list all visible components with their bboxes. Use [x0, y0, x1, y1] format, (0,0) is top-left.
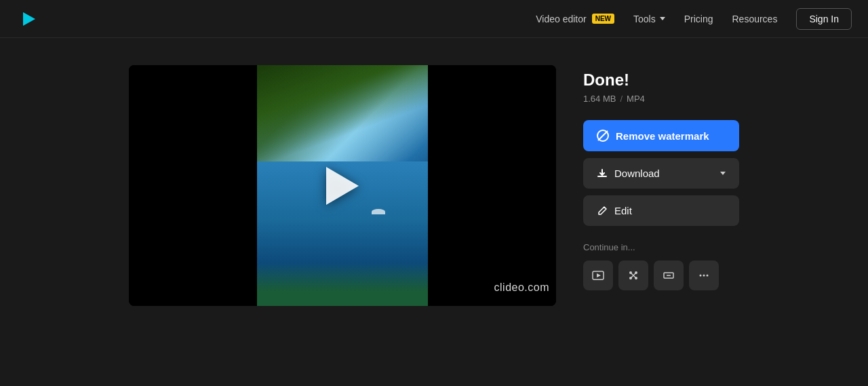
merge-icon	[627, 269, 639, 282]
nav-video-editor[interactable]: Video editor NEW	[536, 14, 614, 24]
file-size: 1.64 MB	[583, 94, 616, 104]
navigation: Video editor NEW Tools Pricing Resources…	[0, 0, 868, 38]
play-triangle-icon	[326, 167, 359, 205]
play-button[interactable]	[326, 167, 359, 205]
new-badge: NEW	[592, 14, 614, 24]
edit-pencil-icon	[597, 206, 608, 216]
svg-marker-2	[597, 273, 601, 277]
remove-watermark-button[interactable]: Remove watermark	[583, 120, 739, 151]
more-options-icon	[698, 269, 710, 282]
nav-left	[16, 7, 41, 31]
resize-icon	[663, 269, 675, 282]
svg-point-13	[707, 275, 709, 277]
continue-resize-button[interactable]	[654, 260, 684, 290]
right-panel: Done! 1.64 MB / MP4 Remove watermark Dow…	[583, 65, 739, 290]
done-title: Done!	[583, 71, 739, 90]
video-inner: clideo.com	[129, 65, 556, 306]
continue-merge-button[interactable]	[618, 260, 648, 290]
video-panel-left	[129, 65, 257, 306]
download-icon	[597, 168, 608, 179]
file-format: MP4	[627, 94, 645, 104]
svg-point-12	[703, 275, 705, 277]
download-button[interactable]: Download	[583, 158, 739, 189]
remove-watermark-icon	[597, 130, 609, 142]
nav-pricing[interactable]: Pricing	[684, 14, 713, 24]
continue-more-button[interactable]	[689, 260, 719, 290]
clideo-logo[interactable]	[16, 7, 41, 31]
main-content: clideo.com Done! 1.64 MB / MP4 Remove wa…	[0, 38, 868, 333]
continue-icons-row	[583, 260, 739, 290]
continue-video-editor-button[interactable]	[583, 260, 613, 290]
video-player-icon	[592, 269, 604, 282]
nav-tools[interactable]: Tools	[633, 14, 665, 24]
video-panel-right	[428, 65, 556, 306]
nav-right: Video editor NEW Tools Pricing Resources…	[536, 8, 852, 30]
file-separator: /	[620, 94, 623, 104]
nav-resources[interactable]: Resources	[732, 14, 777, 24]
continue-label: Continue in...	[583, 242, 739, 252]
chevron-down-icon	[660, 17, 665, 20]
tree-overlay	[257, 65, 428, 174]
edit-button[interactable]: Edit	[583, 195, 739, 226]
sign-in-button[interactable]: Sign In	[796, 8, 852, 30]
svg-point-11	[700, 275, 702, 277]
chevron-down-icon	[720, 172, 726, 175]
file-info: 1.64 MB / MP4	[583, 94, 739, 104]
boat-element	[372, 209, 385, 214]
watermark-text: clideo.com	[494, 282, 549, 294]
video-player[interactable]: clideo.com	[129, 65, 556, 306]
svg-marker-0	[23, 12, 35, 26]
